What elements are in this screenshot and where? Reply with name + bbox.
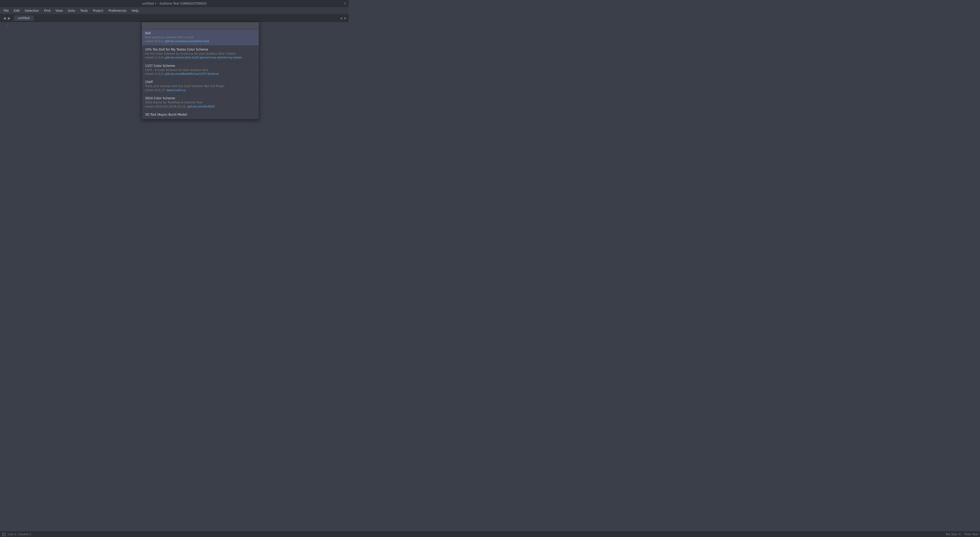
menu-bar: File Edit Selection Find View Goto Tools… <box>0 7 348 14</box>
menu-goto[interactable]: Goto <box>65 8 78 14</box>
menu-find[interactable]: Find <box>41 8 53 14</box>
package-item-install: install v0.0.17; www.1self.co/ <box>145 88 256 92</box>
editor-area: 1 0x0Post text from Sublime Text to 0x0i… <box>0 22 348 190</box>
package-item-install: install v0.0.1; github.com/axsuul/sublim… <box>145 39 256 43</box>
package-list: 0x0Post text from Sublime Text to 0x0ins… <box>142 29 259 119</box>
package-item-desc: Post text from Sublime Text to 0x0 <box>145 35 256 39</box>
package-item-link[interactable]: github.com/axsuul/sublime-0x0 <box>165 40 209 43</box>
tab-scroll-right-icon[interactable]: ▶ <box>344 16 347 20</box>
line-number-1: 1 <box>0 23 8 27</box>
package-install-dropdown: 0x0Post text from Sublime Text to 0x0ins… <box>142 22 259 120</box>
package-item-desc: 1337 - A Color Scheme for dark Sublime T… <box>145 68 256 72</box>
package-item[interactable]: 1337 Color Scheme1337 - A Color Scheme f… <box>142 62 259 78</box>
title-bar: untitled • - Sublime Text (UNREGISTERED)… <box>0 0 348 7</box>
package-search-bar[interactable] <box>142 22 259 29</box>
package-item-name: 3024 Color Scheme <box>145 96 256 100</box>
package-item-name: 1337 Color Scheme <box>145 64 256 68</box>
menu-file[interactable]: File <box>1 8 11 14</box>
package-item-desc: 3024 theme for TextMate & Sublime Text <box>145 100 256 104</box>
package-item[interactable]: 10% Too Dull for My Tastes Color SchemeF… <box>142 46 259 62</box>
tab-untitled[interactable]: untitled <box>14 15 34 21</box>
menu-selection[interactable]: Selection <box>22 8 41 14</box>
menu-edit[interactable]: Edit <box>11 8 22 14</box>
package-item-install: install v2014.04.29.09.25.21; github.com… <box>145 105 256 108</box>
package-item-name: 1Self <box>145 80 256 84</box>
menu-project[interactable]: Project <box>90 8 106 14</box>
tab-scroll-left-icon[interactable]: ◀ <box>340 16 342 20</box>
package-item-link[interactable]: github.com/scotch-io/10-percent-too-dull… <box>165 56 242 59</box>
menu-tools[interactable]: Tools <box>78 8 90 14</box>
package-item[interactable]: 3024 Color Scheme3024 theme for TextMate… <box>142 94 259 111</box>
close-icon[interactable]: ✕ <box>343 1 347 6</box>
package-item-name: 10% Too Dull for My Tastes Color Scheme <box>145 48 256 51</box>
tab-nav-left-icon[interactable]: ◀ <box>2 16 7 21</box>
package-item[interactable]: 3D Tool (Async Burst-Mode) <box>142 111 259 119</box>
line-numbers: 1 <box>0 22 10 190</box>
package-item-link[interactable]: www.1self.co/ <box>167 89 186 92</box>
tab-nav-right-icon[interactable]: ▶ <box>7 16 12 21</box>
package-item-install: install v1.0.0; github.com/scotch-io/10-… <box>145 56 256 59</box>
package-item-name: 0x0 <box>145 31 256 35</box>
package-item-install: install v2.0.0; github.com/MarkMichos/13… <box>145 72 256 76</box>
package-item[interactable]: 0x0Post text from Sublime Text to 0x0ins… <box>142 29 259 46</box>
package-item[interactable]: 1SelfTrack your activity with the 1self … <box>142 78 259 94</box>
package-item-name: 3D Tool (Async Burst-Mode) <box>145 113 256 116</box>
package-item-desc: Track your activity with the 1self Subli… <box>145 84 256 88</box>
tab-bar: ◀ ▶ untitled ◀ ▶ <box>0 14 348 22</box>
editor-content[interactable]: 0x0Post text from Sublime Text to 0x0ins… <box>10 22 348 190</box>
package-item-link[interactable]: github.com/0x3024 <box>187 105 215 108</box>
menu-preferences[interactable]: Preferences <box>106 8 129 14</box>
package-item-link[interactable]: github.com/MarkMichos/1337-Scheme <box>165 72 219 76</box>
window-title: untitled • - Sublime Text (UNREGISTERED) <box>142 2 207 5</box>
menu-help[interactable]: Help <box>129 8 141 14</box>
menu-view[interactable]: View <box>53 8 65 14</box>
package-item-desc: For fun Color Scheme by Scotch.io for yo… <box>145 52 256 56</box>
